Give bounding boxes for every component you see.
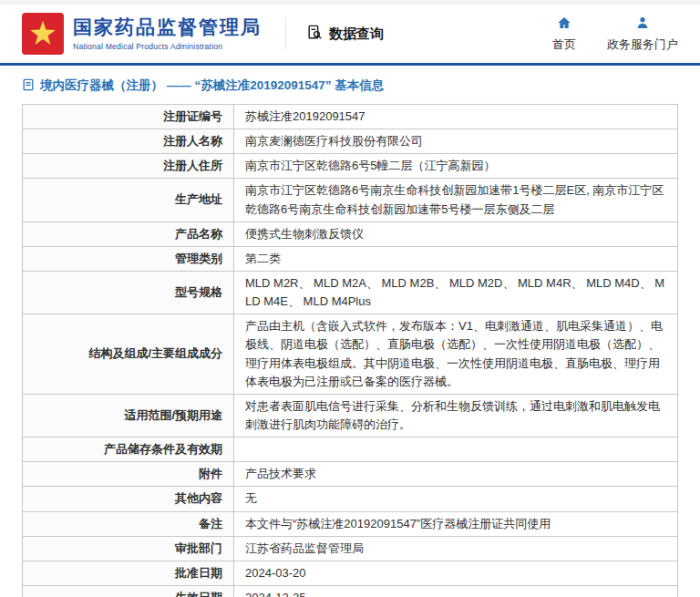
table-row: 产品名称 便携式生物刺激反馈仪 xyxy=(23,221,678,246)
table-row: 生产地址 南京市江宁区乾德路6号南京生命科技创新园加速带1号楼二层E区, 南京市… xyxy=(23,179,678,221)
field-value: 2024-03-20 xyxy=(234,561,678,585)
site-header: 国家药品监督管理局 National Medical Products Admi… xyxy=(0,5,700,63)
table-row: 型号规格 MLD M2R、 MLD M2A、 MLD M2B、 MLD M2D、… xyxy=(23,271,678,314)
field-label: 其他内容 xyxy=(23,487,234,511)
field-value: 2024-12-25 xyxy=(234,585,678,597)
field-label: 附件 xyxy=(23,462,234,487)
data-query-label: 数据查询 xyxy=(329,26,384,43)
field-label: 管理类别 xyxy=(23,246,234,271)
table-row: 产品储存条件及有效期 xyxy=(23,437,678,462)
table-row: 结构及组成/主要组成成分 产品由主机（含嵌入式软件，发布版本：V1、电刺激通道、… xyxy=(23,314,678,395)
field-label: 备注 xyxy=(23,511,234,536)
field-value: MLD M2R、 MLD M2A、 MLD M2B、 MLD M2D、 MLD … xyxy=(234,271,678,314)
field-label: 注册人名称 xyxy=(23,129,234,154)
field-label: 注册人住所 xyxy=(23,154,234,179)
breadcrumb: 境内医疗器械（注册） —— “苏械注准20192091547” 基本信息 xyxy=(0,66,700,102)
field-label: 产品储存条件及有效期 xyxy=(23,437,234,462)
nav-home[interactable]: 首页 xyxy=(552,15,576,53)
org-names: 国家药品监督管理局 National Medical Products Admi… xyxy=(73,16,262,50)
nav-portal-label: 政务服务门户 xyxy=(607,36,678,53)
field-label: 生产地址 xyxy=(23,179,234,221)
nmpa-logo[interactable]: 国家药品监督管理局 National Medical Products Admi… xyxy=(22,13,262,55)
nav-portal[interactable]: 政务服务门户 xyxy=(607,15,678,53)
field-label: 注册证编号 xyxy=(23,105,234,129)
table-row: 适用范围/预期用途 对患者表面肌电信号进行采集、分析和生物反馈训练，通过电刺激和… xyxy=(23,394,678,437)
user-icon xyxy=(635,15,650,33)
field-label: 批准日期 xyxy=(23,561,234,585)
table-row: 备注 本文件与“苏械注准20192091547”医疗器械注册证共同使用 xyxy=(23,511,678,536)
table-row: 生效日期 2024-12-25 xyxy=(23,585,678,597)
field-label: 审批部门 xyxy=(23,536,234,561)
table-row: 注册人住所 南京市江宁区乾德路6号5幢二层（江宁高新园） xyxy=(23,154,678,179)
field-value: 南京市江宁区乾德路6号南京生命科技创新园加速带1号楼二层E区, 南京市江宁区乾德… xyxy=(234,179,678,221)
org-name-cn: 国家药品监督管理局 xyxy=(73,16,262,38)
home-icon xyxy=(557,15,571,33)
field-label: 生效日期 xyxy=(23,585,234,597)
field-value: 本文件与“苏械注准20192091547”医疗器械注册证共同使用 xyxy=(234,511,678,536)
field-value: 苏械注准20192091547 xyxy=(234,105,678,129)
national-emblem-icon xyxy=(22,13,64,55)
field-value: 便携式生物刺激反馈仪 xyxy=(234,221,678,246)
registration-info-table: 注册证编号 苏械注准20192091547 注册人名称 南京麦澜德医疗科技股份有… xyxy=(22,104,678,597)
field-label: 适用范围/预期用途 xyxy=(23,394,234,437)
org-name-en: National Medical Products Administration xyxy=(73,42,262,51)
document-icon xyxy=(22,78,35,94)
field-value: 对患者表面肌电信号进行采集、分析和生物反馈训练，通过电刺激和肌电触发电刺激进行肌… xyxy=(234,394,678,437)
field-value: 第二类 xyxy=(234,246,678,271)
breadcrumb-text: 境内医疗器械（注册） —— “苏械注准20192091547” 基本信息 xyxy=(40,77,384,94)
nav-home-label: 首页 xyxy=(552,36,576,53)
field-value: 产品由主机（含嵌入式软件，发布版本：V1、电刺激通道、肌电采集通道）、电极线、阴… xyxy=(234,314,678,395)
field-label: 结构及组成/主要组成成分 xyxy=(23,314,234,395)
field-value xyxy=(234,437,678,462)
field-value: 南京麦澜德医疗科技股份有限公司 xyxy=(234,129,678,154)
table-row: 注册人名称 南京麦澜德医疗科技股份有限公司 xyxy=(23,129,678,154)
table-row: 管理类别 第二类 xyxy=(23,246,678,271)
field-value: 江苏省药品监督管理局 xyxy=(234,536,678,561)
data-query-tab[interactable]: 数据查询 xyxy=(306,24,384,44)
table-row: 注册证编号 苏械注准20192091547 xyxy=(23,105,678,129)
field-value: 南京市江宁区乾德路6号5幢二层（江宁高新园） xyxy=(234,154,678,179)
field-value: 产品技术要求 xyxy=(234,462,678,487)
table-row: 审批部门 江苏省药品监督管理局 xyxy=(23,536,678,561)
data-query-icon xyxy=(306,24,324,44)
header-divider xyxy=(285,18,286,49)
table-row: 附件 产品技术要求 xyxy=(23,462,678,487)
field-label: 产品名称 xyxy=(23,221,234,246)
table-row: 批准日期 2024-03-20 xyxy=(23,561,678,585)
table-row: 其他内容 无 xyxy=(23,487,678,511)
field-value: 无 xyxy=(234,487,678,511)
field-label: 型号规格 xyxy=(23,271,234,314)
